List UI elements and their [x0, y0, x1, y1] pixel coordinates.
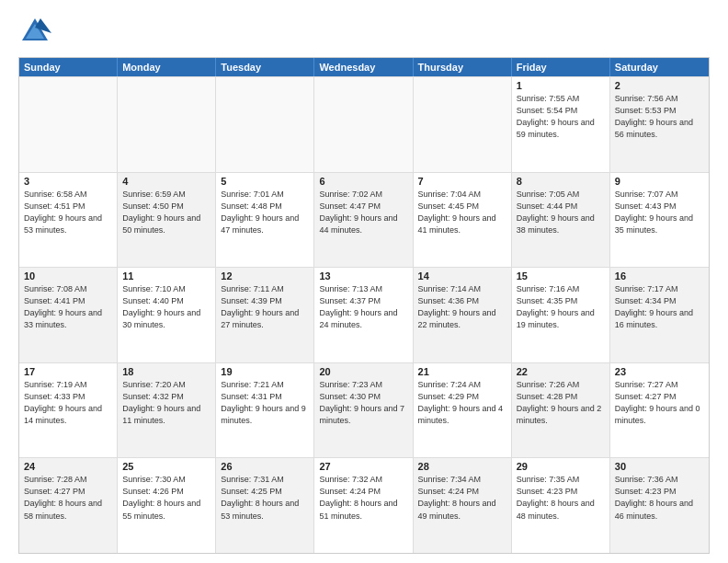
day-info: Sunrise: 7:08 AMSunset: 4:41 PMDaylight:…: [24, 283, 112, 331]
day-cell-18: 18Sunrise: 7:20 AMSunset: 4:32 PMDayligh…: [118, 363, 216, 458]
day-number: 26: [221, 461, 309, 472]
day-info: Sunrise: 7:11 AMSunset: 4:39 PMDaylight:…: [221, 283, 309, 331]
week-row-1: 1Sunrise: 7:55 AMSunset: 5:54 PMDaylight…: [19, 76, 709, 172]
day-number: 5: [221, 176, 309, 187]
day-cell-13: 13Sunrise: 7:13 AMSunset: 4:37 PMDayligh…: [314, 268, 413, 362]
day-cell-12: 12Sunrise: 7:11 AMSunset: 4:39 PMDayligh…: [216, 268, 314, 362]
week-row-2: 3Sunrise: 6:58 AMSunset: 4:51 PMDaylight…: [19, 172, 709, 268]
day-info: Sunrise: 7:24 AMSunset: 4:29 PMDaylight:…: [418, 379, 506, 427]
day-cell-22: 22Sunrise: 7:26 AMSunset: 4:28 PMDayligh…: [512, 363, 610, 458]
day-cell-6: 6Sunrise: 7:02 AMSunset: 4:47 PMDaylight…: [314, 173, 413, 268]
day-cell-17: 17Sunrise: 7:19 AMSunset: 4:33 PMDayligh…: [19, 363, 118, 458]
day-info: Sunrise: 7:34 AMSunset: 4:24 PMDaylight:…: [418, 474, 506, 522]
day-cell-21: 21Sunrise: 7:24 AMSunset: 4:29 PMDayligh…: [414, 363, 512, 458]
day-info: Sunrise: 7:07 AMSunset: 4:43 PMDaylight:…: [615, 189, 704, 236]
day-info: Sunrise: 7:23 AMSunset: 4:30 PMDaylight:…: [319, 379, 407, 427]
day-cell-19: 19Sunrise: 7:21 AMSunset: 4:31 PMDayligh…: [216, 363, 314, 458]
day-info: Sunrise: 7:20 AMSunset: 4:32 PMDaylight:…: [122, 379, 210, 427]
day-cell-9: 9Sunrise: 7:07 AMSunset: 4:43 PMDaylight…: [610, 173, 709, 268]
day-number: 6: [319, 176, 407, 187]
day-cell-27: 27Sunrise: 7:32 AMSunset: 4:24 PMDayligh…: [314, 458, 413, 553]
logo-icon: [18, 15, 51, 48]
day-info: Sunrise: 7:19 AMSunset: 4:33 PMDaylight:…: [24, 379, 112, 427]
day-cell-28: 28Sunrise: 7:34 AMSunset: 4:24 PMDayligh…: [414, 458, 512, 553]
empty-cell: [118, 77, 216, 172]
day-info: Sunrise: 7:16 AMSunset: 4:35 PMDaylight:…: [517, 283, 605, 331]
day-cell-7: 7Sunrise: 7:04 AMSunset: 4:45 PMDaylight…: [414, 173, 512, 268]
day-info: Sunrise: 6:59 AMSunset: 4:50 PMDaylight:…: [122, 189, 210, 236]
day-number: 30: [615, 461, 704, 472]
day-number: 10: [24, 270, 112, 282]
day-number: 21: [418, 366, 506, 377]
header-day-thursday: Thursday: [414, 58, 512, 76]
day-cell-1: 1Sunrise: 7:55 AMSunset: 5:54 PMDaylight…: [512, 77, 610, 172]
day-info: Sunrise: 7:13 AMSunset: 4:37 PMDaylight:…: [319, 283, 407, 331]
day-info: Sunrise: 7:01 AMSunset: 4:48 PMDaylight:…: [221, 189, 309, 236]
day-number: 15: [517, 270, 605, 282]
day-number: 19: [221, 366, 309, 377]
day-number: 7: [418, 176, 506, 187]
header-day-sunday: Sunday: [19, 58, 118, 76]
day-cell-3: 3Sunrise: 6:58 AMSunset: 4:51 PMDaylight…: [19, 173, 118, 268]
day-info: Sunrise: 7:10 AMSunset: 4:40 PMDaylight:…: [122, 283, 210, 331]
day-info: Sunrise: 7:30 AMSunset: 4:26 PMDaylight:…: [122, 474, 210, 522]
day-cell-2: 2Sunrise: 7:56 AMSunset: 5:53 PMDaylight…: [610, 77, 709, 172]
day-number: 17: [24, 366, 112, 377]
day-info: Sunrise: 7:28 AMSunset: 4:27 PMDaylight:…: [24, 474, 112, 522]
day-number: 25: [122, 461, 210, 472]
day-cell-30: 30Sunrise: 7:36 AMSunset: 4:23 PMDayligh…: [610, 458, 709, 553]
day-number: 1: [517, 80, 605, 91]
empty-cell: [216, 77, 314, 172]
day-cell-14: 14Sunrise: 7:14 AMSunset: 4:36 PMDayligh…: [414, 268, 512, 362]
day-number: 12: [221, 270, 309, 282]
day-cell-4: 4Sunrise: 6:59 AMSunset: 4:50 PMDaylight…: [118, 173, 216, 268]
day-info: Sunrise: 7:26 AMSunset: 4:28 PMDaylight:…: [517, 379, 605, 427]
day-cell-8: 8Sunrise: 7:05 AMSunset: 4:44 PMDaylight…: [512, 173, 610, 268]
day-info: Sunrise: 7:55 AMSunset: 5:54 PMDaylight:…: [517, 93, 605, 141]
day-number: 11: [122, 270, 210, 282]
day-cell-26: 26Sunrise: 7:31 AMSunset: 4:25 PMDayligh…: [216, 458, 314, 553]
day-number: 18: [122, 366, 210, 377]
day-number: 27: [319, 461, 407, 472]
day-info: Sunrise: 7:35 AMSunset: 4:23 PMDaylight:…: [517, 474, 605, 522]
header-day-tuesday: Tuesday: [216, 58, 314, 76]
day-cell-16: 16Sunrise: 7:17 AMSunset: 4:34 PMDayligh…: [610, 268, 709, 362]
calendar: SundayMondayTuesdayWednesdayThursdayFrid…: [18, 57, 710, 554]
day-cell-29: 29Sunrise: 7:35 AMSunset: 4:23 PMDayligh…: [512, 458, 610, 553]
day-number: 29: [517, 461, 605, 472]
empty-cell: [314, 77, 413, 172]
logo: [18, 15, 57, 48]
day-info: Sunrise: 7:05 AMSunset: 4:44 PMDaylight:…: [517, 189, 605, 236]
day-number: 22: [517, 366, 605, 377]
day-number: 2: [615, 80, 704, 91]
calendar-body: 1Sunrise: 7:55 AMSunset: 5:54 PMDaylight…: [19, 76, 709, 553]
week-row-5: 24Sunrise: 7:28 AMSunset: 4:27 PMDayligh…: [19, 457, 709, 553]
day-cell-23: 23Sunrise: 7:27 AMSunset: 4:27 PMDayligh…: [610, 363, 709, 458]
day-number: 23: [615, 366, 704, 377]
day-number: 8: [517, 176, 605, 187]
week-row-4: 17Sunrise: 7:19 AMSunset: 4:33 PMDayligh…: [19, 362, 709, 458]
page: SundayMondayTuesdayWednesdayThursdayFrid…: [0, 0, 728, 563]
day-info: Sunrise: 7:17 AMSunset: 4:34 PMDaylight:…: [615, 283, 704, 331]
day-cell-5: 5Sunrise: 7:01 AMSunset: 4:48 PMDaylight…: [216, 173, 314, 268]
day-info: Sunrise: 6:58 AMSunset: 4:51 PMDaylight:…: [24, 189, 112, 236]
day-number: 20: [319, 366, 407, 377]
day-number: 28: [418, 461, 506, 472]
day-info: Sunrise: 7:32 AMSunset: 4:24 PMDaylight:…: [319, 474, 407, 522]
day-cell-10: 10Sunrise: 7:08 AMSunset: 4:41 PMDayligh…: [19, 268, 118, 362]
day-number: 16: [615, 270, 704, 282]
day-number: 14: [418, 270, 506, 282]
day-info: Sunrise: 7:36 AMSunset: 4:23 PMDaylight:…: [615, 474, 704, 522]
header-day-wednesday: Wednesday: [314, 58, 413, 76]
week-row-3: 10Sunrise: 7:08 AMSunset: 4:41 PMDayligh…: [19, 267, 709, 362]
day-number: 4: [122, 176, 210, 187]
day-cell-20: 20Sunrise: 7:23 AMSunset: 4:30 PMDayligh…: [314, 363, 413, 458]
day-info: Sunrise: 7:31 AMSunset: 4:25 PMDaylight:…: [221, 474, 309, 522]
calendar-header: SundayMondayTuesdayWednesdayThursdayFrid…: [19, 58, 709, 76]
header-day-friday: Friday: [512, 58, 610, 76]
header-day-monday: Monday: [118, 58, 216, 76]
day-number: 13: [319, 270, 407, 282]
day-number: 3: [24, 176, 112, 187]
day-cell-15: 15Sunrise: 7:16 AMSunset: 4:35 PMDayligh…: [512, 268, 610, 362]
header: [18, 15, 710, 48]
